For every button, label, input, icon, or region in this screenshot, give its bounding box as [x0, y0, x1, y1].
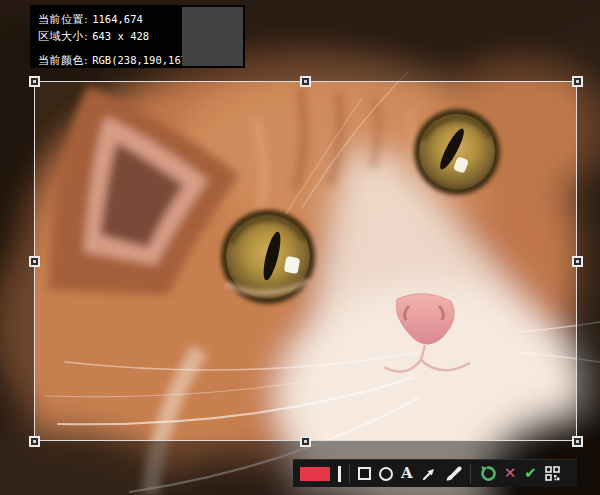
rectangle-icon [358, 467, 371, 480]
toolbar-separator [470, 464, 471, 484]
brush-icon [445, 465, 462, 482]
selection-handle-ne[interactable] [572, 76, 583, 87]
selection-handle-e[interactable] [572, 256, 583, 267]
selection-handle-se[interactable] [572, 436, 583, 447]
draw-color-swatch[interactable] [300, 467, 330, 481]
region-size-value: 643 x 428 [92, 30, 149, 42]
capture-info-panel: 当前位置:1164,674 区域大小:643 x 428 当前颜色:RGB(23… [30, 5, 245, 68]
region-size-label: 区域大小: [38, 30, 88, 43]
qrcode-icon [545, 466, 560, 481]
selection-handle-w[interactable] [29, 256, 40, 267]
screenshot-capture-overlay: 当前位置:1164,674 区域大小:643 x 428 当前颜色:RGB(23… [0, 0, 600, 495]
capture-toolbar: A ✕ ✔ [293, 459, 577, 487]
qrcode-button[interactable] [545, 466, 560, 481]
ellipse-icon [379, 467, 393, 481]
selection-handle-s[interactable] [300, 436, 311, 447]
current-position-value: 1164,674 [92, 13, 143, 25]
line-width-button[interactable] [338, 466, 341, 482]
ellipse-tool-button[interactable] [379, 467, 393, 481]
current-position-label: 当前位置: [38, 13, 88, 26]
arrow-icon [421, 466, 437, 482]
color-preview-swatch [182, 7, 243, 66]
selection-region[interactable] [34, 81, 577, 441]
selection-handle-n[interactable] [300, 76, 311, 87]
rectangle-tool-button[interactable] [358, 467, 371, 480]
brush-tool-button[interactable] [445, 465, 462, 482]
cancel-button[interactable]: ✕ [504, 466, 517, 481]
current-color-value: RGB(238,190,167) [92, 54, 193, 66]
undo-button[interactable] [479, 465, 496, 482]
line-width-icon [338, 466, 341, 482]
text-tool-icon: A [401, 466, 413, 481]
text-tool-button[interactable]: A [401, 466, 413, 481]
undo-icon [479, 465, 496, 482]
selection-handle-nw[interactable] [29, 76, 40, 87]
toolbar-separator [349, 464, 350, 484]
arrow-tool-button[interactable] [421, 466, 437, 482]
confirm-button[interactable]: ✔ [524, 466, 537, 481]
current-color-label: 当前颜色: [38, 54, 88, 67]
selection-handle-sw[interactable] [29, 436, 40, 447]
